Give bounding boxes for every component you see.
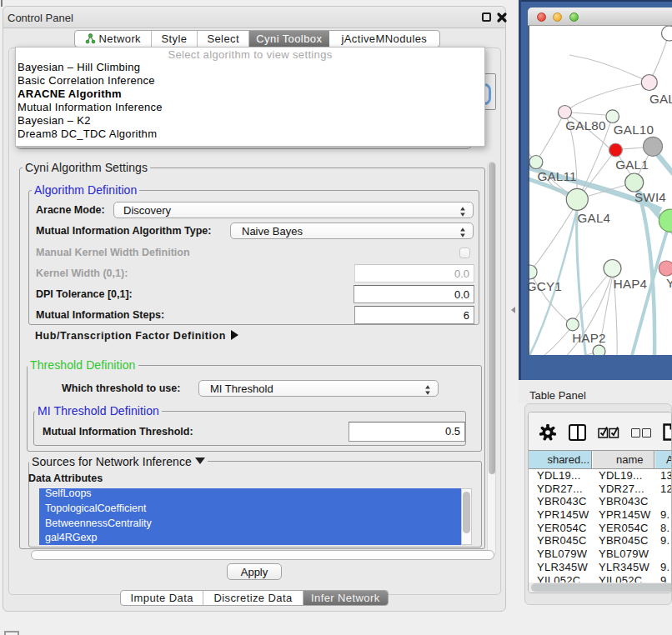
svg-text:GAL7: GAL7 — [649, 92, 672, 106]
svg-text:HAP4: HAP4 — [614, 277, 647, 291]
svg-text:GCY1: GCY1 — [528, 279, 562, 293]
svg-text:YJ: YJ — [666, 276, 672, 290]
svg-text:GAL10: GAL10 — [614, 122, 654, 137]
svg-text:GAL11: GAL11 — [537, 169, 576, 183]
svg-text:SWI4: SWI4 — [634, 190, 666, 204]
svg-text:GAL1: GAL1 — [615, 158, 649, 172]
svg-text:HAP2: HAP2 — [572, 331, 605, 345]
svg-text:GAL4: GAL4 — [578, 211, 611, 225]
svg-text:GAL80: GAL80 — [565, 118, 605, 132]
